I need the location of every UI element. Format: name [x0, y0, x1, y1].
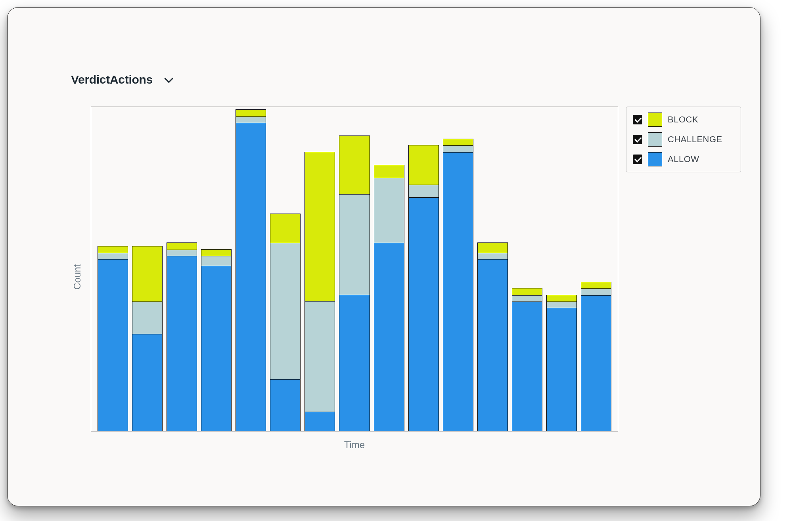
bar-segment-allow [270, 379, 300, 431]
bar-segment-challenge [374, 178, 404, 243]
bar-segment-block [374, 165, 404, 178]
bar-segment-challenge [443, 145, 473, 152]
bar-segment-block [581, 282, 611, 288]
bar [339, 135, 370, 431]
legend-label: CHALLENGE [668, 134, 722, 145]
chevron-down-icon [164, 74, 173, 83]
bar-segment-challenge [478, 253, 508, 259]
checkbox-icon[interactable] [633, 135, 642, 144]
bar [408, 145, 439, 431]
legend-label: ALLOW [668, 154, 699, 164]
bar [443, 139, 473, 431]
bar-segment-allow [581, 295, 611, 431]
bar-segment-challenge [167, 250, 197, 256]
bar-segment-block [167, 243, 197, 249]
bar [132, 246, 163, 431]
bar [546, 295, 577, 431]
bar-segment-challenge [581, 288, 611, 295]
legend: BLOCKCHALLENGEALLOW [626, 107, 741, 172]
chart-container: Count Time BLOCKCHALLENGEALLOW [67, 99, 709, 455]
bar-segment-block [236, 110, 266, 116]
bar-segment-challenge [270, 243, 300, 379]
bar-segment-block [132, 246, 162, 302]
bar-segment-allow [374, 243, 404, 431]
bar-segment-block [478, 243, 508, 253]
bar [581, 282, 611, 431]
bar-segment-challenge [409, 185, 439, 198]
bar-segment-allow [339, 295, 369, 431]
bar-segment-allow [201, 266, 231, 431]
bar-segment-block [270, 214, 300, 243]
bar-segment-allow [478, 259, 508, 431]
bars-group [91, 107, 618, 431]
bar-segment-challenge [201, 256, 231, 266]
checkbox-icon[interactable] [633, 115, 642, 124]
bar-segment-allow [167, 256, 197, 431]
bar-segment-challenge [512, 295, 542, 302]
bar-segment-challenge [236, 116, 266, 123]
bar-segment-challenge [305, 301, 335, 411]
bar-segment-block [443, 139, 473, 145]
bar-segment-challenge [547, 302, 576, 308]
chart-card: VerdictActions Count Time BLOCKCHALLENGE… [7, 7, 760, 506]
bar-segment-challenge [339, 194, 369, 295]
bar [98, 246, 128, 431]
bar [512, 288, 542, 431]
y-axis-label: Count [72, 264, 83, 290]
bar [374, 165, 404, 431]
bar-segment-allow [236, 123, 266, 431]
bar-segment-allow [443, 152, 473, 431]
bar [167, 242, 197, 431]
legend-swatch [648, 113, 662, 127]
bar [201, 249, 232, 431]
plot-area [91, 107, 618, 431]
bar [477, 242, 508, 431]
bar-segment-allow [98, 259, 128, 431]
bar-segment-allow [132, 334, 162, 431]
bar-segment-block [201, 250, 231, 256]
bar-segment-allow [409, 197, 439, 431]
legend-swatch [648, 132, 662, 147]
bar-segment-block [512, 288, 542, 295]
bar-segment-challenge [98, 253, 128, 259]
bar-segment-block [305, 152, 335, 302]
bar [236, 109, 266, 431]
bar-segment-challenge [132, 302, 162, 334]
metric-dropdown-label: VerdictActions [71, 73, 153, 86]
bar-segment-block [339, 136, 369, 194]
checkbox-icon[interactable] [633, 155, 642, 164]
bar-segment-block [547, 295, 576, 302]
legend-label: BLOCK [668, 115, 698, 125]
legend-swatch [648, 152, 662, 166]
legend-item-block[interactable]: BLOCK [633, 113, 734, 127]
legend-item-challenge[interactable]: CHALLENGE [633, 132, 734, 147]
bar-segment-allow [547, 308, 576, 431]
bar [304, 152, 335, 431]
bar-segment-block [409, 145, 439, 184]
x-axis-label: Time [91, 439, 618, 450]
metric-dropdown[interactable]: VerdictActions [71, 73, 171, 86]
bar-segment-allow [305, 412, 335, 431]
bar-segment-allow [512, 302, 542, 431]
bar-segment-block [98, 246, 128, 253]
bar [270, 214, 301, 431]
legend-item-allow[interactable]: ALLOW [633, 152, 734, 166]
